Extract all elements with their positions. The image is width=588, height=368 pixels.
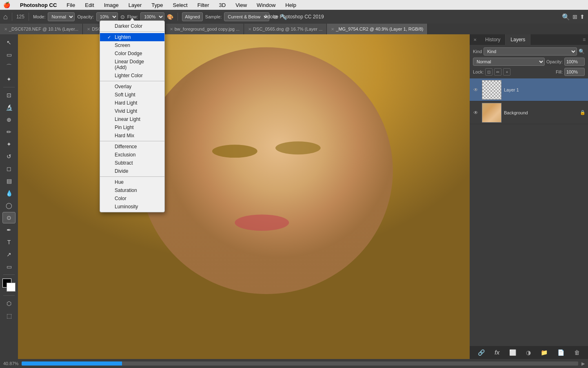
tab-4-close[interactable]: ✕ [248,27,251,31]
magic-wand-tool[interactable]: ✦ [2,74,16,85]
healing-brush-tool[interactable]: ⊕ [2,114,16,125]
dropdown-lighten[interactable]: ✓ Lighten [100,33,164,41]
menu-file[interactable]: File [65,2,77,8]
adjustment-layer-button[interactable]: ◑ [524,348,533,357]
menu-help[interactable]: Help [284,2,298,8]
dropdown-screen[interactable]: Screen [100,41,164,49]
shape-tool[interactable]: ▭ [2,261,16,272]
color-swatch[interactable] [2,279,16,292]
home-icon[interactable]: ⌂ [3,13,8,21]
dropdown-darker-color[interactable]: Darker Color [100,22,164,30]
dropdown-exclusion[interactable]: Exclusion [100,151,164,159]
tab-1[interactable]: ✕ _DSC6728.NEF @ 10.1% (Layer... [0,24,83,34]
lock-position-button[interactable]: ✏ [494,68,501,76]
dropdown-pin-light[interactable]: Pin Light [100,123,164,132]
dropdown-linear-light[interactable]: Linear Light [100,115,164,123]
flow-select[interactable]: 100% [140,12,164,21]
kind-select[interactable]: Kind [484,47,577,56]
menu-3d[interactable]: 3D [217,2,228,8]
dropdown-hue[interactable]: Hue [100,178,164,186]
new-layer-button[interactable]: 📄 [556,348,566,357]
dropdown-vivid-light[interactable]: Vivid Light [100,107,164,115]
path-select-tool[interactable]: ↗ [2,249,16,260]
aligned-button[interactable]: Aligned [182,12,203,21]
dropdown-divide[interactable]: Divide [100,167,164,175]
menu-edit[interactable]: Edit [83,2,95,8]
background-color[interactable] [7,283,16,292]
dropdown-saturation[interactable]: Saturation [100,186,164,194]
menu-type[interactable]: Type [150,2,164,8]
layer-bg-visibility[interactable]: 👁 [472,109,479,116]
tab-3[interactable]: ✕ bw_foreground_good copy.jpg ... [166,24,244,34]
panel-menu-button[interactable]: ≡ [580,34,588,45]
dropdown-luminosity[interactable]: Luminosity [100,203,164,211]
delete-layer-button[interactable]: 🗑 [572,348,581,357]
layer-item-background[interactable]: 👁 Background 🔒 [470,101,588,124]
menu-window[interactable]: Window [255,2,277,8]
dropdown-subtract[interactable]: Subtract [100,159,164,167]
lock-art-button[interactable]: + [503,68,510,76]
group-layers-button[interactable]: 📁 [539,348,549,357]
link-layers-button[interactable]: 🔗 [476,348,486,357]
dropdown-linear-dodge[interactable]: Linear Dodge (Add) [100,58,164,71]
lock-pixels-button[interactable]: ⊡ [485,68,493,76]
eyedropper-tool[interactable]: 🔬 [2,102,16,113]
brush-tool[interactable]: ✏ [2,126,16,138]
share-icon[interactable]: ⬆ [580,13,585,20]
menu-image[interactable]: Image [102,2,120,8]
blur-tool[interactable]: 💧 [2,187,16,199]
dropdown-color-dodge[interactable]: Color Dodge [100,49,164,58]
fill-input[interactable] [564,68,585,76]
dropdown-hard-mix[interactable]: Hard Mix [100,132,164,140]
dropdown-hard-light[interactable]: Hard Light [100,99,164,107]
gradient-tool[interactable]: ▤ [2,175,16,187]
history-brush-tool[interactable]: ↺ [2,151,16,162]
add-mask-button[interactable]: ⬜ [508,348,518,357]
clone-stamp-active[interactable]: ⊙ [2,212,16,223]
pen-tool[interactable]: ✒ [2,224,16,236]
airbrush-icon[interactable]: ⊙ [120,14,125,20]
dropdown-lighter-color[interactable]: Lighter Color [100,71,164,80]
lasso-tool[interactable]: ⌒ [2,61,16,73]
eraser-tool[interactable]: ◻ [2,163,16,174]
arrange-icon[interactable]: ⊞ [572,13,577,20]
selection-tool[interactable]: ▭ [2,49,16,60]
layer-item-1[interactable]: 👁 Layer 1 [470,78,588,101]
opacity-input[interactable]: 100% [564,58,585,66]
clone-stamp-tool[interactable]: ✦ [2,138,16,150]
screen-mode-tool[interactable]: ⬚ [2,310,16,321]
history-tab[interactable]: History [480,34,506,45]
type-tool[interactable]: T [2,236,16,248]
dropdown-overlay[interactable]: Overlay [100,83,164,91]
apple-menu[interactable]: 🍎 [3,2,10,8]
brush-mode-select[interactable]: Normal [48,12,75,21]
tab-5[interactable]: ✕ _MG_9754.CR2 @ 40.9% (Layer 1, RGB/8) [327,24,428,34]
move-tool[interactable]: ↖ [2,37,16,48]
menu-photoshop[interactable]: Photoshop CC [18,2,58,8]
search-icon[interactable]: 🔍 [562,13,570,21]
menu-select[interactable]: Select [171,2,189,8]
quick-mask-tool[interactable]: ⬡ [2,298,16,309]
tab-4[interactable]: ✕ DSC_0565.dng @ 16.7% (Layer ... [244,24,327,34]
sample-select[interactable]: Current & Below [224,12,269,21]
tab-5-close[interactable]: ✕ [331,27,334,31]
fx-button[interactable]: fx [493,348,501,357]
status-arrow-icon[interactable]: ▶ [581,361,585,366]
smoothing-icon[interactable]: 🎨 [167,14,173,20]
panel-close-button[interactable]: ✕ [472,36,478,43]
dropdown-difference[interactable]: Difference [100,143,164,151]
layer-1-visibility[interactable]: 👁 [472,86,479,94]
tab-2-close[interactable]: ✕ [87,27,90,31]
dropdown-soft-light[interactable]: Soft Light [100,91,164,99]
dodge-tool[interactable]: ◯ [2,200,16,211]
menu-view[interactable]: View [234,2,249,8]
tab-1-close[interactable]: ✕ [4,27,7,31]
menu-layer[interactable]: Layer [127,2,144,8]
dropdown-color[interactable]: Color [100,194,164,203]
blend-mode-select[interactable]: Normal [473,58,545,66]
opacity-select[interactable]: 10% [96,12,118,21]
crop-tool[interactable]: ⊡ [2,89,16,101]
tab-3-close[interactable]: ✕ [170,27,173,31]
menu-filter[interactable]: Filter [196,2,211,8]
kind-filter-icon[interactable]: 🔍 [579,49,585,54]
